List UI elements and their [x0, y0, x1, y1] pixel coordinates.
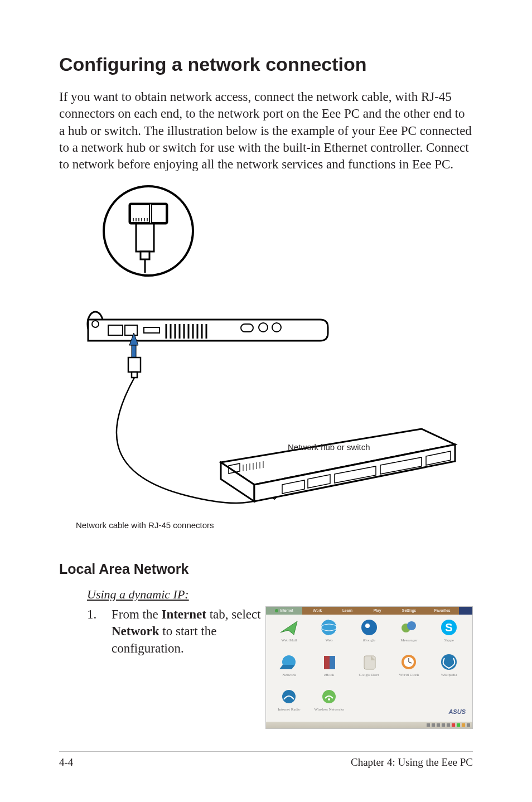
svg-rect-51 [324, 656, 330, 669]
tab-play: Play [362, 607, 393, 615]
clock-icon [399, 653, 418, 671]
dynamic-ip-heading: Using a dynamic IP: [87, 587, 473, 602]
svg-text:S: S [445, 621, 452, 634]
app-wireless: Wireless Networks [310, 687, 348, 719]
app-web: Web [310, 618, 348, 650]
app-world-clock: World Clock [390, 653, 428, 685]
icon-label: iGoogle [363, 638, 376, 642]
docs-icon [360, 653, 379, 671]
icon-label: Skype [444, 638, 454, 642]
wikipedia-icon [439, 653, 458, 671]
tab-settings: Settings [393, 607, 426, 615]
hub-label: Network hub or switch [288, 442, 370, 452]
svg-point-44 [361, 620, 377, 635]
app-internet-radio: Internet Radio [270, 687, 308, 719]
igoogle-icon [360, 618, 379, 637]
radio-icon [279, 687, 298, 706]
icon-label: eBook [324, 673, 334, 677]
globe-icon [320, 618, 338, 637]
network-diagram: Network hub or switch [76, 183, 466, 518]
svg-rect-52 [330, 656, 335, 669]
chapter-label: Chapter 4: Using the Eee PC [351, 756, 473, 769]
page-footer: 4-4 Chapter 4: Using the Eee PC [59, 751, 473, 769]
brand-text: ASUS [448, 708, 466, 715]
svg-rect-33 [132, 372, 137, 378]
tab-learn: Learn [332, 607, 362, 615]
step-bold-internet: Internet [161, 607, 206, 621]
svg-rect-1 [129, 204, 167, 224]
page-heading: Configuring a network connection [59, 54, 473, 75]
messenger-icon [399, 618, 418, 637]
cable-caption: Network cable with RJ-45 connectors [76, 520, 473, 530]
lan-heading: Local Area Network [59, 561, 473, 577]
skype-icon: S [439, 618, 458, 637]
icon-label: Web [326, 638, 333, 642]
app-network: Network [270, 653, 308, 685]
step-text: From the Internet tab, select Network to… [112, 606, 262, 657]
svg-rect-32 [128, 357, 141, 372]
network-icon [279, 653, 298, 671]
svg-rect-31 [132, 345, 136, 357]
icon-label: Internet Radio [278, 707, 300, 712]
svg-rect-11 [141, 252, 149, 259]
brand-logo: ASUS [430, 687, 468, 719]
app-ebook: eBook [310, 653, 348, 685]
intro-paragraph: If you want to obtain network access, co… [59, 89, 473, 173]
app-skype: S Skype [430, 618, 468, 650]
step-1: 1. From the Internet tab, select Network… [87, 606, 262, 657]
icon-label: Google Docs [359, 673, 379, 677]
icon-label: Wireless Networks [315, 707, 344, 712]
step-text-fragment: From the [112, 607, 161, 621]
mail-icon [279, 618, 298, 637]
os-screenshot: Internet Work Learn Play Settings Favori… [265, 606, 473, 729]
app-web-mail: Web Mail [270, 618, 308, 650]
page-number: 4-4 [59, 756, 73, 769]
tab-label: Internet [280, 608, 293, 612]
taskbar [266, 722, 472, 728]
ebook-icon [320, 653, 338, 671]
app-google-docs: Google Docs [350, 653, 388, 685]
icon-label: Network [282, 673, 296, 677]
svg-point-45 [365, 624, 370, 628]
step-text-fragment: tab, select [206, 607, 261, 621]
step-list: 1. From the Internet tab, select Network… [87, 606, 262, 657]
svg-point-47 [407, 621, 416, 630]
wireless-icon [320, 687, 338, 706]
app-wikipedia: Wikipedia [430, 653, 468, 685]
app-igoogle: iGoogle [350, 618, 388, 650]
step-number: 1. [87, 606, 112, 657]
tab-internet: Internet [266, 607, 303, 615]
tab-work: Work [302, 607, 332, 615]
icon-label: Wikipedia [441, 673, 457, 677]
icon-label: Messenger [400, 638, 417, 642]
svg-point-61 [328, 698, 330, 700]
app-messenger: Messenger [390, 618, 428, 650]
step-bold-network: Network [112, 624, 159, 638]
icon-label: Web Mail [282, 638, 297, 642]
svg-rect-10 [136, 224, 154, 252]
icon-label: World Clock [399, 673, 419, 677]
tab-help [459, 607, 472, 615]
svg-rect-53 [364, 656, 375, 669]
tab-favorites: Favorites [425, 607, 459, 615]
